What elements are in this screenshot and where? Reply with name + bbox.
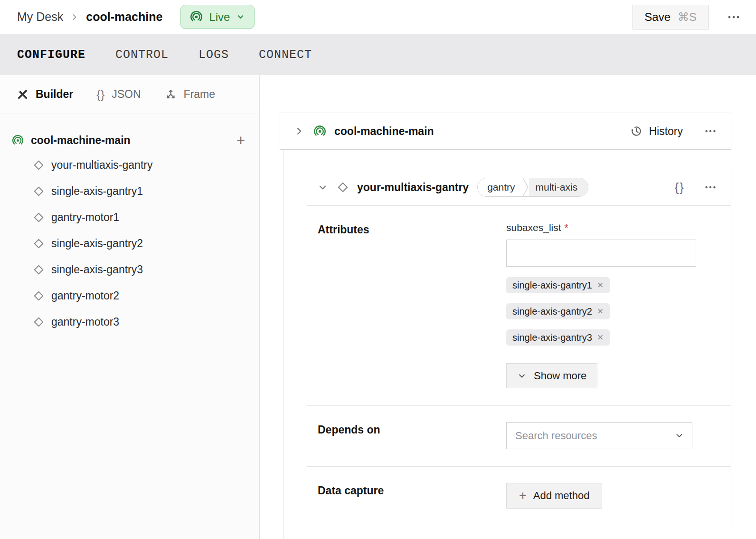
tree-item-single-axis-gantry2[interactable]: single-axis-gantry2 bbox=[12, 231, 248, 257]
frame-axes-icon bbox=[164, 88, 177, 101]
remove-chip-close-icon[interactable]: × bbox=[597, 280, 604, 290]
component-diamond-icon bbox=[32, 211, 45, 224]
history-button[interactable]: History bbox=[630, 125, 683, 138]
tree-item-label: gantry-motor1 bbox=[51, 211, 119, 224]
expand-part-chevron-right-icon[interactable] bbox=[293, 125, 305, 137]
view-mode-json[interactable]: {} JSON bbox=[96, 88, 141, 101]
chip-single-axis-gantry2: single-axis-gantry2 × bbox=[506, 303, 610, 319]
chip-label: single-axis-gantry2 bbox=[512, 306, 592, 317]
required-marker: * bbox=[565, 222, 568, 233]
tree-root-row[interactable]: cool-machine-main + bbox=[12, 128, 248, 152]
broadcast-icon bbox=[190, 10, 203, 23]
component-diamond-icon bbox=[32, 237, 45, 250]
remove-chip-close-icon[interactable]: × bbox=[597, 306, 604, 317]
part-overflow-menu-button[interactable] bbox=[702, 123, 719, 140]
save-button-label: Save bbox=[644, 10, 671, 24]
select-placeholder: Search resources bbox=[515, 430, 597, 442]
component-card-your-multiaxis-gantry: your-multiaxis-gantry gantry multi-axis … bbox=[307, 169, 731, 533]
history-clock-icon bbox=[630, 125, 643, 137]
app-header: My Desk cool-machine Live Save ⌘S bbox=[0, 0, 756, 34]
tab-logs[interactable]: LOGS bbox=[198, 48, 229, 62]
component-diamond-icon bbox=[32, 316, 45, 328]
data-capture-section-body: + Add method bbox=[506, 483, 696, 509]
tree-item-your-multiaxis-gantry[interactable]: your-multiaxis-gantry bbox=[12, 152, 248, 178]
save-button[interactable]: Save ⌘S bbox=[633, 5, 709, 29]
tree-item-single-axis-gantry3[interactable]: single-axis-gantry3 bbox=[12, 257, 248, 283]
depends-on-section-body: Search resources bbox=[506, 422, 696, 449]
tree-item-label: your-multiaxis-gantry bbox=[51, 159, 152, 172]
component-diamond-icon bbox=[32, 289, 45, 302]
component-model-badge: multi-axis bbox=[529, 178, 588, 196]
attributes-section-label: Attributes bbox=[318, 222, 506, 388]
view-mode-json-label: JSON bbox=[112, 88, 141, 101]
data-capture-section-label: Data capture bbox=[318, 483, 506, 509]
badge-divider bbox=[522, 178, 529, 196]
broadcast-icon bbox=[313, 125, 326, 138]
tree-root-label: cool-machine-main bbox=[31, 134, 131, 147]
crossed-tools-icon bbox=[16, 88, 29, 101]
view-mode-builder-label: Builder bbox=[36, 88, 73, 101]
save-shortcut-hint: ⌘S bbox=[678, 10, 697, 24]
component-diamond-icon bbox=[32, 185, 45, 198]
tree-item-gantry-motor1[interactable]: gantry-motor1 bbox=[12, 204, 248, 231]
live-status-label: Live bbox=[209, 10, 230, 24]
component-diamond-icon bbox=[32, 263, 45, 276]
chevron-down-icon bbox=[236, 12, 245, 21]
tree-item-gantry-motor2[interactable]: gantry-motor2 bbox=[12, 283, 248, 309]
edit-json-braces-icon[interactable]: {} bbox=[675, 180, 685, 195]
attributes-section: Attributes subaxes_list * single-axis-ga… bbox=[307, 206, 731, 405]
subaxes-list-input[interactable] bbox=[506, 240, 696, 267]
component-diamond-icon bbox=[336, 181, 350, 194]
tab-control[interactable]: CONTROL bbox=[115, 48, 169, 62]
add-method-label: Add method bbox=[533, 490, 590, 502]
view-mode-frame-label: Frame bbox=[184, 88, 215, 101]
resource-sidebar: Builder {} JSON Frame bbox=[0, 75, 260, 539]
machine-resource-tree: cool-machine-main + your-multiaxis-gantr… bbox=[0, 114, 259, 335]
subaxes-list-field-label: subaxes_list * bbox=[506, 222, 696, 233]
component-card-header: your-multiaxis-gantry gantry multi-axis … bbox=[307, 169, 731, 206]
component-overflow-menu-button[interactable] bbox=[702, 179, 719, 196]
tree-item-label: gantry-motor3 bbox=[51, 316, 119, 328]
depends-on-resource-select[interactable]: Search resources bbox=[506, 422, 692, 449]
tree-item-label: single-axis-gantry1 bbox=[51, 185, 143, 198]
field-name: subaxes_list bbox=[506, 222, 561, 233]
configure-page: Builder {} JSON Frame bbox=[0, 75, 756, 539]
live-status-dropdown[interactable]: Live bbox=[180, 5, 255, 29]
main-nav-tabs: CONFIGURE CONTROL LOGS CONNECT bbox=[0, 34, 756, 75]
view-mode-builder[interactable]: Builder bbox=[16, 88, 73, 101]
collapse-component-chevron-down-icon[interactable] bbox=[317, 182, 328, 193]
chevron-down-icon bbox=[674, 431, 684, 441]
tab-configure[interactable]: CONFIGURE bbox=[17, 48, 85, 62]
header-actions: Save ⌘S bbox=[633, 5, 743, 29]
ellipsis-icon bbox=[704, 125, 717, 138]
nesting-guide-line bbox=[283, 150, 284, 539]
part-card-title: cool-machine-main bbox=[334, 125, 434, 138]
component-type-model-badge: gantry multi-axis bbox=[477, 178, 588, 197]
history-button-label: History bbox=[649, 125, 683, 138]
depends-on-section-label: Depends on bbox=[318, 422, 506, 449]
machine-part-card: cool-machine-main History bbox=[280, 113, 731, 150]
remove-chip-close-icon[interactable]: × bbox=[597, 332, 604, 343]
part-card-actions: History bbox=[630, 123, 719, 140]
header-overflow-menu-button[interactable] bbox=[725, 8, 743, 26]
plus-icon: + bbox=[519, 490, 527, 502]
chip-label: single-axis-gantry1 bbox=[512, 280, 592, 291]
add-method-button[interactable]: + Add method bbox=[506, 483, 602, 509]
breadcrumb-parent-link[interactable]: My Desk bbox=[17, 10, 63, 24]
view-mode-frame[interactable]: Frame bbox=[164, 88, 215, 101]
tab-connect[interactable]: CONNECT bbox=[259, 48, 312, 62]
component-diamond-icon bbox=[32, 159, 45, 172]
chevron-right-icon bbox=[70, 12, 79, 22]
component-card-title: your-multiaxis-gantry bbox=[357, 181, 469, 194]
add-resource-button[interactable]: + bbox=[234, 133, 248, 148]
configure-main-panel: cool-machine-main History bbox=[260, 75, 756, 539]
component-api-badge: gantry bbox=[478, 178, 521, 196]
tree-item-gantry-motor3[interactable]: gantry-motor3 bbox=[12, 309, 248, 335]
ellipsis-icon bbox=[727, 10, 741, 24]
broadcast-icon bbox=[12, 135, 24, 146]
tree-item-single-axis-gantry1[interactable]: single-axis-gantry1 bbox=[12, 178, 248, 204]
component-card-actions: {} bbox=[675, 179, 719, 196]
view-mode-toggle: Builder {} JSON Frame bbox=[0, 75, 259, 114]
chip-label: single-axis-gantry3 bbox=[512, 332, 592, 343]
show-more-button[interactable]: Show more bbox=[506, 363, 597, 388]
